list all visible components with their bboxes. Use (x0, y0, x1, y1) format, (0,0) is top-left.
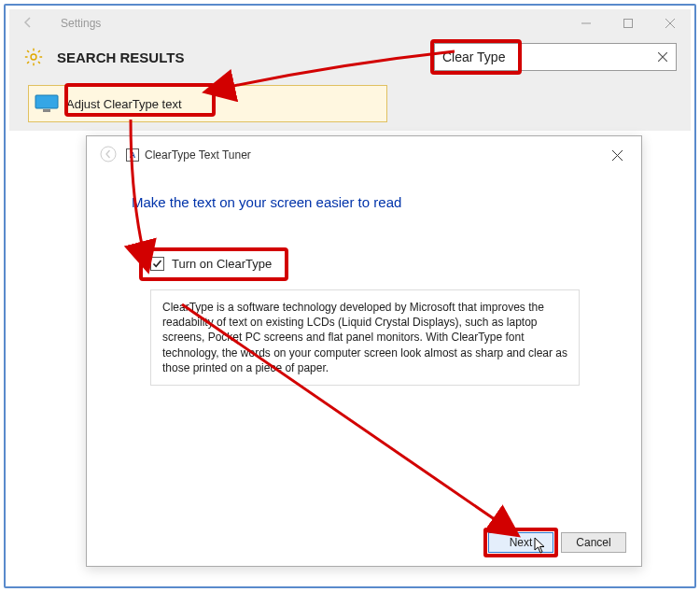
next-button[interactable]: Next (488, 532, 553, 553)
clear-search-icon[interactable] (655, 49, 670, 64)
checkbox-label: Turn on ClearType (172, 257, 272, 271)
back-icon[interactable] (100, 146, 117, 165)
dialog-body: Make the text on your screen easier to r… (87, 174, 641, 386)
search-result-item[interactable]: Adjust ClearType text (28, 85, 387, 122)
minimize-button[interactable] (565, 9, 607, 37)
titlebar: Settings (9, 9, 691, 37)
svg-rect-2 (35, 95, 58, 108)
monitor-icon (35, 94, 59, 113)
close-button[interactable] (649, 9, 691, 37)
window-title: Settings (37, 17, 101, 30)
svg-rect-3 (43, 109, 50, 112)
dialog-button-row: Next Cancel (488, 532, 626, 553)
search-input[interactable] (441, 49, 655, 65)
description-text: ClearType is a software technology devel… (150, 289, 580, 386)
cancel-button[interactable]: Cancel (561, 532, 626, 553)
dialog-titlebar: A ClearType Text Tuner (87, 136, 641, 174)
cancel-button-label: Cancel (576, 536, 610, 549)
search-result-label: Adjust ClearType text (66, 97, 182, 111)
cursor-icon (534, 537, 547, 557)
page-title: SEARCH RESULTS (57, 49, 434, 65)
search-box[interactable] (434, 43, 677, 71)
header-row: SEARCH RESULTS (9, 37, 691, 80)
back-icon[interactable] (19, 16, 37, 32)
cleartype-dialog: A ClearType Text Tuner Make the text on … (86, 135, 642, 567)
gear-icon (23, 47, 44, 67)
dialog-close-button[interactable] (596, 141, 637, 169)
dialog-title: ClearType Text Tuner (145, 148, 596, 162)
next-button-label: Next (510, 536, 533, 549)
maximize-button[interactable] (607, 9, 649, 37)
turn-on-cleartype-checkbox[interactable]: Turn on ClearType (132, 257, 596, 271)
checkbox-icon[interactable] (150, 257, 164, 271)
app-icon: A (126, 148, 139, 162)
dialog-heading: Make the text on your screen easier to r… (132, 194, 596, 210)
settings-window: Settings SEARCH RESULTS (9, 9, 691, 131)
svg-point-1 (31, 54, 36, 60)
svg-point-4 (101, 147, 116, 162)
svg-rect-0 (623, 20, 632, 28)
